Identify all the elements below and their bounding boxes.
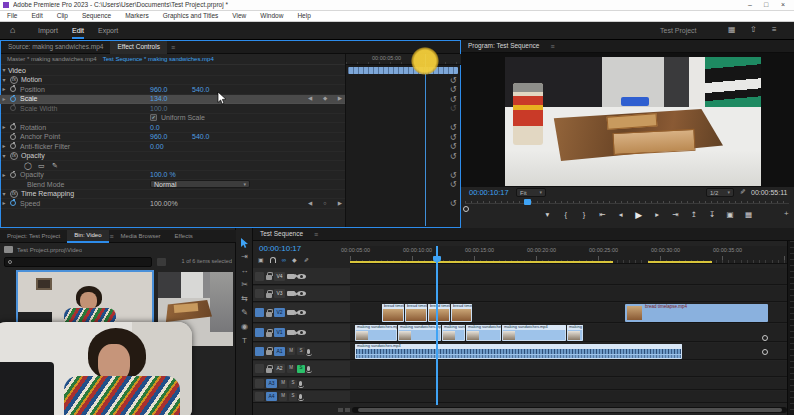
kf-next-icon[interactable]: ▶: [338, 201, 342, 207]
pen-mask-icon[interactable]: ✎: [52, 162, 58, 169]
step-back-icon[interactable]: ◂: [613, 211, 628, 219]
source-patch[interactable]: [255, 379, 264, 388]
lock-icon[interactable]: [266, 312, 272, 317]
timeline-clip[interactable]: making sandwiches.mp4: [355, 325, 397, 341]
reset-icon[interactable]: ↺: [448, 133, 458, 143]
ec-row-anchor-point[interactable]: Anchor Point 960.0 540.0: [0, 133, 345, 143]
kf-add-icon[interactable]: ◆: [323, 96, 327, 102]
lock-icon[interactable]: [266, 368, 272, 373]
tab-import[interactable]: Import: [38, 27, 58, 34]
razor-tool[interactable]: ✂: [236, 278, 253, 292]
timeline-clip[interactable]: making sandwiches.mp4: [398, 325, 441, 341]
nest-toggle-icon[interactable]: ▣: [258, 257, 264, 263]
tab-bin-video[interactable]: Bin: Video: [67, 230, 108, 243]
timeline-clip[interactable]: bread timelapse.mp4: [405, 304, 427, 322]
camera-icon[interactable]: [287, 274, 295, 279]
anchor-x-value[interactable]: 960.0: [150, 133, 168, 140]
kf-prev-icon[interactable]: ◀: [308, 201, 312, 207]
stopwatch-icon[interactable]: [10, 96, 16, 102]
track-header-a1[interactable]: A1 M S: [253, 343, 350, 360]
go-to-in-icon[interactable]: ⇤: [595, 211, 610, 219]
timeline-clip[interactable]: making sandwiches.mp4: [442, 325, 465, 341]
tab-media-browser[interactable]: Media Browser: [114, 230, 168, 243]
sequence-clip-label[interactable]: Test Sequence * making sandwiches.mp4: [103, 56, 214, 62]
stopwatch-icon[interactable]: [10, 143, 16, 149]
ec-row-blend-mode[interactable]: Blend Mode Normal ▾: [0, 180, 345, 190]
pen-tool[interactable]: ✎: [236, 306, 253, 320]
ec-clip-bar[interactable]: [348, 67, 458, 74]
source-patch[interactable]: [255, 347, 264, 356]
track-lane-v4[interactable]: [350, 268, 787, 285]
program-scrubber[interactable]: [465, 201, 789, 204]
rect-mask-icon[interactable]: ▭: [38, 162, 45, 169]
tab-effect-controls[interactable]: Effect Controls: [110, 41, 167, 54]
track-header-a4[interactable]: A4 M S: [253, 391, 350, 403]
track-lane-a2[interactable]: [350, 361, 787, 377]
selection-tool[interactable]: [236, 236, 253, 250]
track-name[interactable]: A2: [274, 364, 285, 373]
header-menu-icon[interactable]: ≡: [772, 26, 777, 34]
zoom-level-select[interactable]: Fit ▾: [516, 188, 546, 197]
anchor-y-value[interactable]: 540.0: [192, 133, 210, 140]
stopwatch-icon[interactable]: [10, 105, 16, 111]
ripple-edit-tool[interactable]: ↔: [236, 264, 253, 278]
bin-new-icon[interactable]: [157, 258, 166, 266]
quick-export-icon[interactable]: ⇧: [750, 26, 757, 34]
home-icon[interactable]: ⌂: [10, 26, 15, 35]
tab-export[interactable]: Export: [98, 27, 118, 34]
track-header-v2[interactable]: V2: [253, 303, 350, 323]
minimize-icon[interactable]: –: [748, 1, 752, 8]
menu-clip[interactable]: Clip: [50, 11, 75, 22]
lock-icon[interactable]: [266, 350, 272, 355]
mute-button[interactable]: M: [287, 365, 295, 373]
track-name[interactable]: V4: [274, 272, 285, 281]
solo-button[interactable]: S: [289, 380, 297, 388]
eye-icon[interactable]: [297, 291, 306, 296]
comparison-view-icon[interactable]: ▦: [741, 211, 756, 219]
mic-icon[interactable]: [307, 349, 310, 354]
track-select-tool[interactable]: ⇥: [236, 250, 253, 264]
reset-icon[interactable]: ↺: [448, 180, 458, 190]
hand-tool[interactable]: ◉: [236, 320, 253, 334]
reset-icon[interactable]: ↺: [448, 76, 458, 86]
camera-icon[interactable]: [287, 310, 295, 315]
mark-in-icon[interactable]: {: [558, 211, 573, 219]
master-clip-label[interactable]: Master * making sandwiches.mp4: [7, 56, 97, 62]
menu-edit[interactable]: Edit: [24, 11, 49, 22]
settings-wrench-icon[interactable]: ✎: [739, 189, 746, 195]
lift-icon[interactable]: ↥: [686, 211, 701, 219]
search-input[interactable]: [15, 259, 135, 265]
scale-width-value[interactable]: 100.0: [150, 105, 168, 112]
mic-icon[interactable]: [299, 381, 302, 386]
stopwatch-icon[interactable]: [10, 200, 16, 206]
mark-out-icon[interactable]: }: [577, 211, 592, 219]
panel-menu-icon[interactable]: ≡: [550, 43, 554, 50]
timeline-settings-wrench-icon[interactable]: ✎: [302, 257, 308, 262]
stopwatch-icon[interactable]: [10, 134, 16, 140]
reset-icon[interactable]: ↺: [448, 142, 458, 152]
kf-next-icon[interactable]: ▶: [338, 96, 342, 102]
go-to-out-icon[interactable]: ⇥: [668, 211, 683, 219]
menu-view[interactable]: View: [225, 11, 253, 22]
timeline-clip[interactable]: bread timelapse.mp4: [451, 304, 472, 322]
blend-mode-select[interactable]: Normal ▾: [150, 180, 250, 188]
timeline-playhead-line[interactable]: [436, 246, 438, 405]
tab-project[interactable]: Project: Test Project: [0, 230, 67, 243]
ec-row-motion[interactable]: ▾fx Motion: [0, 76, 345, 86]
playback-resolution-select[interactable]: 1/2 ▾: [706, 188, 734, 197]
tab-source-monitor[interactable]: Source: making sandwiches.mp4: [1, 41, 110, 54]
tab-sequence[interactable]: Test Sequence: [253, 228, 310, 241]
lock-icon[interactable]: [266, 275, 272, 280]
ec-row-time-remapping[interactable]: ▾fx Time Remapping: [0, 190, 345, 200]
ec-row-opacity[interactable]: ▸ Opacity 100.0 %: [0, 171, 345, 181]
source-patch[interactable]: [255, 328, 264, 337]
timeline-audio-clip[interactable]: making sandwiches.mp4: [355, 344, 682, 359]
program-playhead[interactable]: [524, 199, 531, 205]
stopwatch-icon[interactable]: [10, 172, 16, 178]
camera-icon[interactable]: [287, 291, 295, 296]
opacity-section-label[interactable]: Opacity: [21, 152, 45, 159]
scrollbar-thumb[interactable]: [358, 408, 782, 412]
track-header-a2[interactable]: A2 M S: [253, 361, 350, 377]
program-timecode[interactable]: 00:00:10:17: [469, 189, 509, 197]
reset-icon[interactable]: ↺: [448, 199, 458, 209]
